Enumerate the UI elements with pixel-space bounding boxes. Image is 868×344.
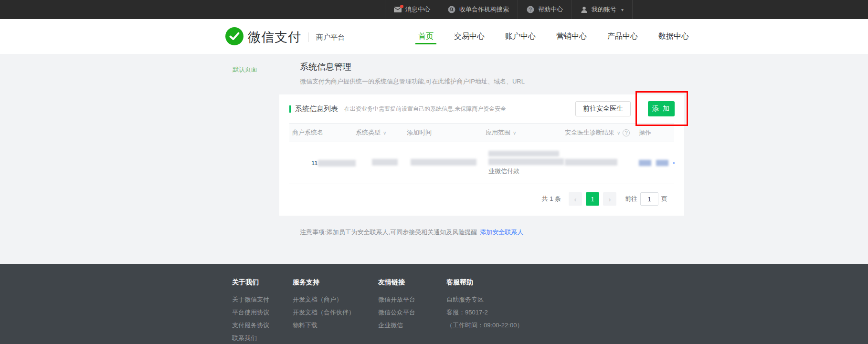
pagination-page-suffix: 页 <box>661 195 667 203</box>
system-info-table: 商户系统名 系统类型 ∨ 添加时间 应用范围 ∨ 安全医生诊断结果 <box>289 123 674 206</box>
pagination-next-button[interactable]: › <box>603 192 616 206</box>
topbar-item-label: 收单合作机构搜索 <box>459 5 509 14</box>
card-header: 系统信息列表 在出资业务中需要提前设置自己的系统信息,来保障商户资金安全 前往安… <box>279 94 684 123</box>
topbar-item-acquirer-search[interactable]: 收单合作机构搜索 <box>439 0 518 19</box>
pagination-goto-input[interactable] <box>640 192 658 206</box>
redacted-text <box>372 159 398 166</box>
nav-item-transaction-center[interactable]: 交易中心 <box>454 19 485 54</box>
svg-text:?: ? <box>529 7 532 12</box>
nav-item-data-center[interactable]: 数据中心 <box>658 19 689 54</box>
column-header-add-time: 添加时间 <box>407 128 486 137</box>
divider <box>308 32 309 42</box>
notice-text: 注意事项:添加员工为安全联系人,可同步接受相关通知及风险提醒 <box>300 229 477 236</box>
redacted-text <box>565 159 617 166</box>
pagination-page-1-button[interactable]: 1 <box>586 192 599 206</box>
notification-badge <box>400 5 403 8</box>
redacted-link[interactable] <box>656 160 668 166</box>
user-icon <box>581 6 588 13</box>
redacted-text <box>411 159 476 166</box>
topbar-group: 消息中心 收单合作机构搜索 ? 帮助中心 我的账号 <box>385 0 633 19</box>
notice: 注意事项:添加员工为安全联系人,可同步接受相关通知及风险提醒添加安全联系人 <box>300 228 523 237</box>
column-header-system-type[interactable]: 系统类型 ∨ <box>356 128 407 137</box>
footer-link-dev-docs-merchant[interactable]: 开发文档（商户） <box>293 293 355 306</box>
add-security-contact-link[interactable]: 添加安全联系人 <box>480 229 523 236</box>
topbar-item-label: 帮助中心 <box>538 5 563 14</box>
column-header-diagnosis-result[interactable]: 安全医生诊断结果 ∨ ? <box>565 128 639 137</box>
page-title: 系统信息管理 <box>300 61 351 73</box>
cell-system-name: 11 <box>311 159 356 167</box>
nav-item-account-center[interactable]: 账户中心 <box>505 19 536 54</box>
nav-item-home[interactable]: 首页 <box>418 19 434 54</box>
footer-link-dev-docs-partner[interactable]: 开发文档（合作伙伴） <box>293 306 355 319</box>
cell-system-type <box>372 159 407 167</box>
pagination-prev-button[interactable]: ‹ <box>569 192 582 206</box>
redacted-text <box>318 160 356 167</box>
redacted-text <box>488 158 564 165</box>
pagination: 共 1 条 ‹ 1 › 前往 页 <box>289 184 674 206</box>
footer-column-title: 服务支持 <box>293 278 355 287</box>
footer-link-contact-us[interactable]: 联系我们 <box>232 332 269 344</box>
system-info-card: 系统信息列表 在出资业务中需要提前设置自己的系统信息,来保障商户资金安全 前往安… <box>279 94 684 216</box>
table-header-row: 商户系统名 系统类型 ∨ 添加时间 应用范围 ∨ 安全医生诊断结果 <box>289 123 674 142</box>
footer-column-title: 友情链接 <box>378 278 415 287</box>
footer: 关于我们 关于微信支付 平台使用协议 支付服务协议 联系我们 服务支持 开发文档… <box>0 264 868 344</box>
topbar-item-help-center[interactable]: ? 帮助中心 <box>518 0 572 19</box>
pagination-total: 共 1 条 <box>542 195 561 203</box>
header: 微信支付 商户平台 首页 交易中心 账户中心 营销中心 产品中心 数据中心 <box>0 19 868 54</box>
footer-link-material-download[interactable]: 物料下载 <box>293 319 355 332</box>
topbar-item-my-account[interactable]: 我的账号 ▾ <box>572 0 632 19</box>
column-header-system-name: 商户系统名 <box>292 128 356 137</box>
help-icon[interactable]: ? <box>623 129 630 136</box>
divider <box>632 0 633 19</box>
wechat-pay-logo-icon <box>225 27 243 47</box>
footer-link-self-service[interactable]: 自助服务专区 <box>446 293 523 306</box>
topbar: 消息中心 收单合作机构搜索 ? 帮助中心 我的账号 <box>0 0 868 19</box>
topbar-item-label: 消息中心 <box>405 5 430 14</box>
list-hint: 在出资业务中需要提前设置自己的系统信息,来保障商户资金安全 <box>344 105 506 113</box>
footer-column-service-support: 服务支持 开发文档（商户） 开发文档（合作伙伴） 物料下载 <box>293 278 355 332</box>
redacted-link[interactable] <box>639 160 651 166</box>
nav-item-marketing-center[interactable]: 营销中心 <box>556 19 587 54</box>
footer-link-wechat-official-platform[interactable]: 微信公众平台 <box>378 306 415 319</box>
footer-link-wecom[interactable]: 企业微信 <box>378 319 415 332</box>
chevron-down-icon: ∨ <box>383 130 386 136</box>
search-icon <box>448 6 455 13</box>
topbar-item-label: 我的账号 <box>592 5 616 14</box>
footer-column-friend-links: 友情链接 微信开放平台 微信公众平台 企业微信 <box>378 278 415 332</box>
app-scope-visible: 业微信付款 <box>488 167 519 176</box>
cell-app-scope: 业微信付款 <box>488 151 565 176</box>
chevron-down-icon: ∨ <box>617 130 620 136</box>
list-title: 系统信息列表 <box>295 104 338 114</box>
redacted-text <box>673 162 675 164</box>
main-nav: 首页 交易中心 账户中心 营销中心 产品中心 数据中心 <box>418 19 689 54</box>
cell-add-time <box>411 159 486 167</box>
nav-item-product-center[interactable]: 产品中心 <box>607 19 638 54</box>
chevron-down-icon: ▾ <box>621 7 624 12</box>
sidebar-item-default-page[interactable]: 默认页面 <box>233 65 257 74</box>
portal-name: 商户平台 <box>316 33 345 42</box>
title-accent-bar <box>289 105 291 113</box>
footer-link-platform-agreement[interactable]: 平台使用协议 <box>232 306 269 319</box>
page: 消息中心 收单合作机构搜索 ? 帮助中心 我的账号 <box>0 0 868 344</box>
footer-link-about-wechat-pay[interactable]: 关于微信支付 <box>232 293 269 306</box>
footer-column-about-us: 关于我们 关于微信支付 平台使用协议 支付服务协议 联系我们 <box>232 278 269 344</box>
content-area: 默认页面 系统信息管理 微信支付为商户提供统一的系统信息管理功能,可在此维护商户… <box>0 54 868 264</box>
footer-column-title: 客服帮助 <box>446 278 523 287</box>
table-row: 11 业微信付款 <box>289 142 674 184</box>
add-button[interactable]: 添 加 <box>648 101 675 116</box>
footer-text-hotline: 客服：95017-2 <box>446 306 523 319</box>
brand-logo[interactable]: 微信支付 商户平台 <box>225 27 345 47</box>
topbar-item-message-center[interactable]: 消息中心 <box>385 0 439 19</box>
footer-column-customer-help: 客服帮助 自助服务专区 客服：95017-2 （工作时间：09:00-22:00… <box>446 278 523 332</box>
chevron-down-icon: ∨ <box>513 130 516 136</box>
security-doctor-button[interactable]: 前往安全医生 <box>575 101 631 116</box>
column-header-app-scope[interactable]: 应用范围 ∨ <box>486 128 565 137</box>
card-actions: 前往安全医生 添 加 <box>575 101 675 116</box>
footer-column-title: 关于我们 <box>232 278 269 287</box>
footer-link-payment-service-agreement[interactable]: 支付服务协议 <box>232 319 269 332</box>
redacted-text <box>488 151 559 156</box>
footer-link-wechat-open-platform[interactable]: 微信开放平台 <box>378 293 415 306</box>
column-header-operations: 操作 <box>639 128 671 137</box>
footer-text-working-hours: （工作时间：09:00-22:00） <box>446 319 523 332</box>
system-name-visible: 11 <box>311 159 318 167</box>
